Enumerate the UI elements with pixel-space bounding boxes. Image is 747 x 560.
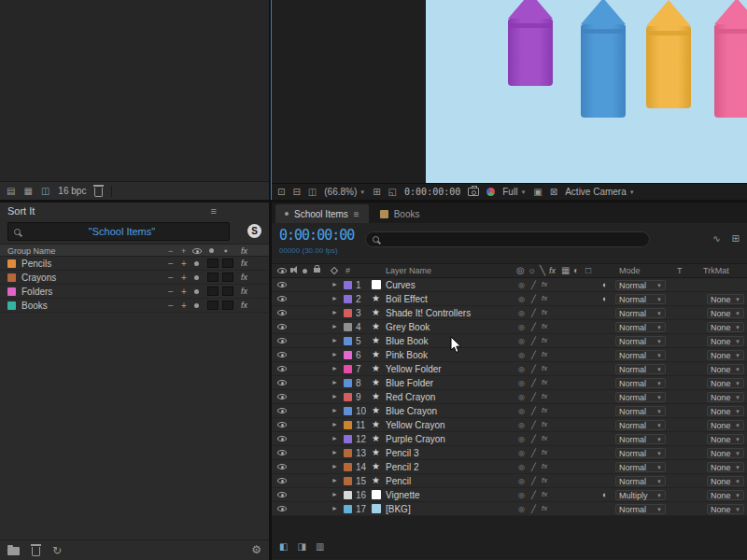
quality-column-icon[interactable]: ╲ <box>540 266 545 275</box>
layer-name[interactable]: [BKG] <box>386 504 411 514</box>
trkmat-dropdown[interactable]: None ▼ <box>707 434 744 444</box>
parent-pickwhip-icon[interactable]: ◎ <box>518 421 525 429</box>
fx-icon[interactable]: fx <box>542 406 547 414</box>
layer-name[interactable]: Blue Book <box>386 336 429 346</box>
parent-pickwhip-icon[interactable]: ◎ <box>518 281 525 289</box>
layer-name[interactable]: Purple Crayon <box>386 434 445 444</box>
layer-row[interactable]: ► 5 ★ Blue Book ◎ ╱ fx ◐ Normal ▼ None ▼ <box>272 334 747 348</box>
transparency-grid-icon[interactable]: ⊠ <box>550 188 557 197</box>
layer-label-color[interactable] <box>344 365 352 373</box>
layer-expand-arrow-icon[interactable]: ► <box>331 365 338 371</box>
trkmat-dropdown[interactable]: None ▼ <box>707 462 744 472</box>
fx-icon[interactable]: fx <box>542 434 547 442</box>
view-layout-icon[interactable]: ◫ <box>308 188 317 197</box>
lock-column-icon[interactable] <box>314 268 320 273</box>
blend-mode-dropdown[interactable]: Normal ▼ <box>615 308 666 318</box>
layer-label-color[interactable] <box>344 281 352 289</box>
layer-label-color[interactable] <box>344 435 352 443</box>
expand-inout-columns-icon[interactable]: ▥ <box>316 542 324 552</box>
mode-column-label[interactable]: Mode <box>619 266 641 275</box>
layer-row[interactable]: ► 11 ★ Yellow Crayon ◎ ╱ fx ◐ Normal ▼ N… <box>272 418 747 432</box>
layer-label-color[interactable] <box>344 505 352 513</box>
remove-group-icon[interactable]: − <box>168 259 174 269</box>
layer-label-color[interactable] <box>344 463 352 471</box>
quality-icon[interactable]: ╱ <box>531 379 536 387</box>
parent-pickwhip-icon[interactable]: ◎ <box>518 491 525 499</box>
blend-mode-dropdown[interactable]: Normal ▼ <box>615 434 666 444</box>
flowchart-icon[interactable]: ⊞ <box>732 234 740 244</box>
blend-mode-dropdown[interactable]: Multiply ▼ <box>615 490 666 500</box>
layer-visibility-eye-icon[interactable] <box>277 450 287 455</box>
expand-transfer-controls-icon[interactable]: ◨ <box>297 542 305 552</box>
layer-row[interactable]: ► 3 ★ Shade It! Controllers ◎ ╱ fx ◐ Nor… <box>272 306 747 320</box>
parent-pickwhip-icon[interactable]: ◎ <box>518 309 525 317</box>
group-color-swatch[interactable] <box>7 301 16 310</box>
layer-name[interactable]: Curves <box>386 280 416 290</box>
quality-icon[interactable]: ╱ <box>531 463 536 471</box>
fx-icon[interactable]: fx <box>542 420 547 428</box>
graph-editor-icon[interactable]: ∿ <box>712 234 720 244</box>
layer-expand-arrow-icon[interactable]: ► <box>331 295 338 301</box>
group-toggle-cell[interactable] <box>222 259 233 268</box>
trkmat-dropdown[interactable]: None ▼ <box>707 490 744 500</box>
blend-mode-dropdown[interactable]: Normal ▼ <box>615 350 666 360</box>
layer-label-color[interactable] <box>344 449 352 457</box>
new-folder-panel-icon[interactable]: ▦ <box>23 187 32 196</box>
parent-pickwhip-icon[interactable]: ◎ <box>518 477 525 485</box>
parent-pickwhip-icon[interactable]: ◎ <box>518 323 525 331</box>
group-color-swatch[interactable] <box>7 259 16 268</box>
parent-pickwhip-icon[interactable]: ◎ <box>518 407 525 415</box>
layer-visibility-eye-icon[interactable] <box>277 352 287 357</box>
add-group-icon[interactable]: + <box>181 301 187 311</box>
layer-name[interactable]: Pink Book <box>386 350 428 360</box>
group-fx-icon[interactable]: fx <box>241 273 247 282</box>
layer-row[interactable]: ► 14 ★ Pencil 2 ◎ ╱ fx ◐ Normal ▼ None ▼ <box>272 460 747 474</box>
timeline-tab[interactable]: School Items ≡ <box>275 204 369 223</box>
layer-expand-arrow-icon[interactable]: ► <box>331 435 338 441</box>
new-folder-icon[interactable] <box>7 547 20 555</box>
quality-icon[interactable]: ╱ <box>531 505 536 513</box>
quality-icon[interactable]: ╱ <box>531 491 536 499</box>
add-group-icon[interactable]: + <box>181 259 187 269</box>
collapse-column-icon[interactable]: ☼ <box>528 266 536 275</box>
trkmat-dropdown[interactable]: None ▼ <box>707 336 744 346</box>
parent-pickwhip-icon[interactable]: ◎ <box>518 435 525 443</box>
layer-row[interactable]: ► 2 ★ Boil Effect ◎ ╱ fx ◐ Normal ▼ None… <box>272 292 747 306</box>
trkmat-dropdown[interactable]: None ▼ <box>707 504 744 514</box>
layer-expand-arrow-icon[interactable]: ► <box>331 281 338 287</box>
layer-name[interactable]: Boil Effect <box>386 294 428 304</box>
layer-name-column-label[interactable]: Layer Name <box>386 266 431 275</box>
fx-icon[interactable]: fx <box>542 364 547 372</box>
grid-guides-icon[interactable]: ⊞ <box>373 188 380 197</box>
group-visibility-icon[interactable] <box>194 303 199 308</box>
trkmat-dropdown[interactable]: None ▼ <box>707 406 744 416</box>
trkmat-dropdown[interactable]: None ▼ <box>707 294 744 304</box>
layer-visibility-eye-icon[interactable] <box>277 380 287 385</box>
group-row[interactable]: Crayons − + fx <box>0 271 269 285</box>
view-camera-dropdown[interactable]: Active Camera ▼ <box>565 187 635 197</box>
fx-icon[interactable]: fx <box>542 336 547 344</box>
blend-mode-dropdown[interactable]: Normal ▼ <box>615 294 666 304</box>
fx-icon[interactable]: fx <box>542 448 547 456</box>
layer-visibility-eye-icon[interactable] <box>277 366 287 371</box>
layer-label-color[interactable] <box>344 379 352 387</box>
layer-expand-arrow-icon[interactable]: ► <box>331 421 338 427</box>
fx-icon[interactable]: fx <box>542 308 547 316</box>
add-group-icon[interactable]: + <box>181 287 187 297</box>
layer-expand-arrow-icon[interactable]: ► <box>331 505 338 511</box>
bit-depth-button[interactable]: 16 bpc <box>58 186 86 196</box>
blend-mode-dropdown[interactable]: Normal ▼ <box>615 392 666 402</box>
remove-group-icon[interactable]: − <box>168 273 174 283</box>
proxy-toggle-icon[interactable]: ◫ <box>41 187 49 196</box>
adjustment-column-icon[interactable]: ◐ <box>573 266 579 275</box>
sort-it-search-input[interactable]: "School Items" <box>7 222 230 241</box>
group-row[interactable]: Folders − + fx <box>0 285 269 299</box>
trkmat-dropdown[interactable]: None ▼ <box>707 392 744 402</box>
group-fx-icon[interactable]: fx <box>241 287 247 296</box>
quality-icon[interactable]: ╱ <box>531 295 536 303</box>
group-toggle-cell[interactable] <box>222 287 233 296</box>
layer-row[interactable]: ► 15 ★ Pencil ◎ ╱ fx ◐ Normal ▼ None ▼ <box>272 474 747 488</box>
parent-pickwhip-icon[interactable]: ◎ <box>518 505 525 513</box>
layer-label-color[interactable] <box>344 323 352 331</box>
layer-name[interactable]: Grey Book <box>386 322 430 332</box>
